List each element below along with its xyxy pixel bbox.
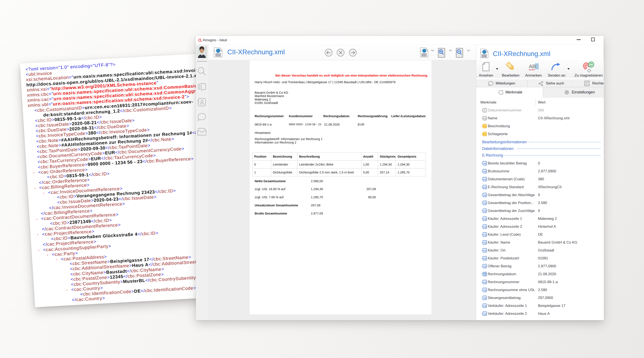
svg-text:<: < bbox=[480, 51, 482, 54]
svg-text:A-Z: A-Z bbox=[483, 186, 486, 188]
svg-text:I-O: I-O bbox=[484, 297, 486, 299]
svg-text:⋮: ⋮ bbox=[483, 109, 486, 112]
svg-text:A-Z: A-Z bbox=[483, 178, 486, 180]
svg-text:I-O: I-O bbox=[484, 162, 486, 165]
svg-text:A-Z: A-Z bbox=[483, 218, 486, 220]
svg-text:I-O: I-O bbox=[484, 202, 486, 204]
svg-text:I-O: I-O bbox=[484, 289, 486, 291]
svg-text:A-Z: A-Z bbox=[483, 234, 486, 236]
svg-text:I-O: I-O bbox=[484, 210, 486, 212]
svg-text:I-O: I-O bbox=[484, 194, 486, 196]
svg-text:A-Z: A-Z bbox=[483, 133, 486, 135]
svg-text:I-O: I-O bbox=[484, 266, 486, 268]
svg-text:A-Z: A-Z bbox=[483, 305, 486, 307]
svg-text:A-Z: A-Z bbox=[483, 226, 486, 228]
svg-text:A-Z: A-Z bbox=[483, 281, 486, 283]
svg-text:A-Z: A-Z bbox=[483, 242, 486, 244]
svg-text:A-Z: A-Z bbox=[483, 250, 486, 252]
svg-text:>: > bbox=[426, 50, 428, 52]
svg-text:<: < bbox=[420, 50, 422, 52]
svg-text:A-Z: A-Z bbox=[483, 118, 486, 120]
svg-text:<: < bbox=[214, 50, 215, 52]
svg-text:A-Z: A-Z bbox=[483, 313, 486, 315]
svg-text:A-Z: A-Z bbox=[483, 258, 486, 260]
svg-text:A-Z: A-Z bbox=[483, 125, 486, 128]
svg-text:>: > bbox=[486, 51, 488, 54]
svg-text:I-O: I-O bbox=[484, 170, 486, 172]
svg-text:>: > bbox=[220, 50, 222, 52]
